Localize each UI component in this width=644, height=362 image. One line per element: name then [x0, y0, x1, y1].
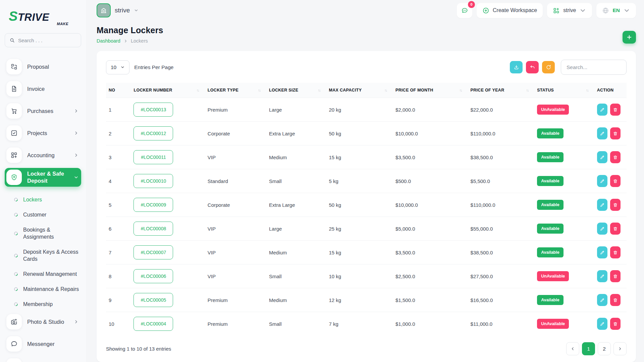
- breadcrumb-dashboard-link[interactable]: Dashboard: [97, 38, 120, 44]
- language-label: EN: [612, 7, 620, 13]
- cell-no: 5: [106, 193, 131, 217]
- edit-button[interactable]: [597, 104, 607, 116]
- sidebar-item-messenger[interactable]: Messenger: [5, 335, 81, 353]
- column-header-locker-type[interactable]: LOCKER TYPE↑↓: [205, 83, 266, 98]
- sidebar-subitem-membership[interactable]: Membership: [5, 297, 81, 312]
- sidebar-item-label: Projects: [27, 130, 68, 137]
- status-badge: UnAvailable: [537, 105, 569, 115]
- sidebar-item-helpdesk[interactable]: Helpdesk: [5, 357, 81, 362]
- delete-button[interactable]: [610, 318, 621, 330]
- row-actions: [597, 199, 624, 211]
- add-locker-button[interactable]: [623, 31, 636, 44]
- sidebar-subitem-deposit-keys-access-cards[interactable]: Deposit Keys & Access Cards: [5, 244, 81, 266]
- org-selector[interactable]: strive: [547, 3, 592, 18]
- sidebar-subitem-label: Deposit Keys & Access Cards: [23, 248, 79, 262]
- cell-action: [594, 264, 627, 288]
- sidebar-submenu: LockersCustomerBookings & AssignmentsDep…: [5, 190, 81, 312]
- cell-price-of-month: $3,500.0: [393, 145, 468, 169]
- delete-button[interactable]: [610, 246, 621, 258]
- edit-button[interactable]: [597, 127, 607, 139]
- edit-button[interactable]: [597, 318, 607, 330]
- refresh-icon: [546, 64, 551, 70]
- pagination-next-button[interactable]: [613, 342, 627, 355]
- headset-icon: [6, 358, 22, 362]
- shield-icon: [6, 170, 22, 185]
- export-button[interactable]: [510, 61, 523, 73]
- sidebar-subitem-maintenance-repairs[interactable]: Maintenance & Repairs: [5, 282, 81, 297]
- pagination: 12: [566, 342, 627, 355]
- edit-button[interactable]: [597, 151, 607, 163]
- sidebar-search-input[interactable]: [18, 38, 76, 43]
- trash-icon: [613, 298, 618, 303]
- cell-price-of-year: $110,000.0: [468, 122, 535, 145]
- row-actions: [597, 246, 624, 258]
- sidebar-item-photo-studio[interactable]: Photo & Studio: [5, 312, 81, 331]
- proposal-icon: [6, 59, 22, 74]
- create-workspace-label: Create Workspace: [493, 7, 537, 13]
- sidebar-item-invoice[interactable]: Invoice: [5, 79, 81, 98]
- edit-button[interactable]: [597, 246, 607, 258]
- column-header-max-capacity[interactable]: MAX CAPACITY↑↓: [326, 83, 393, 98]
- sidebar-subitem-renewal-management[interactable]: Renewal Management: [5, 266, 81, 282]
- sidebar-subitem-lockers[interactable]: Lockers: [5, 192, 81, 207]
- cell-max-capacity: 5 kg: [326, 169, 393, 193]
- pagination-page-1[interactable]: 1: [582, 342, 595, 355]
- delete-button[interactable]: [610, 199, 621, 211]
- column-label: LOCKER SIZE: [269, 88, 298, 93]
- sidebar-item-accounting[interactable]: Accounting: [5, 146, 81, 165]
- edit-button[interactable]: [597, 199, 607, 211]
- column-header-status[interactable]: STATUS↑↓: [534, 83, 594, 98]
- cell-price-of-year: $55,000.0: [468, 217, 535, 241]
- sidebar-nav: ProposalInvoicePurchasesProjectsAccounti…: [0, 55, 86, 362]
- locker-number-chip: #LOC00007: [133, 245, 173, 259]
- pagination-page-2[interactable]: 2: [598, 342, 611, 355]
- column-header-price-of-year[interactable]: PRICE OF YEAR↑↓: [468, 83, 535, 98]
- cell-locker-type: Premium: [205, 98, 266, 122]
- building-icon: [97, 3, 111, 17]
- workspace-selector[interactable]: strive: [97, 3, 139, 17]
- column-header-locker-number[interactable]: LOCKER NUMBER↑↓: [131, 83, 205, 98]
- cell-max-capacity: 20 kg: [326, 98, 393, 122]
- delete-button[interactable]: [610, 223, 621, 235]
- table-search-input[interactable]: [561, 60, 627, 75]
- sidebar-item-locker-safe-deposit[interactable]: Locker & Safe Deposit: [5, 168, 81, 187]
- column-label: STATUS: [537, 88, 554, 93]
- edit-button[interactable]: [597, 294, 607, 306]
- cell-locker-type: Standard: [205, 169, 266, 193]
- row-actions: [597, 223, 624, 235]
- sidebar-subitem-customer[interactable]: Customer: [5, 207, 81, 222]
- create-workspace-button[interactable]: Create Workspace: [477, 3, 543, 18]
- sort-icon: ↑↓: [384, 88, 387, 92]
- undo-button[interactable]: [526, 61, 539, 73]
- pagination-prev-button[interactable]: [566, 342, 579, 355]
- sidebar-item-purchases[interactable]: Purchases: [5, 102, 81, 120]
- entries-per-page-label: Entries Per Page: [134, 64, 173, 70]
- cell-price-of-month: $3,500.0: [393, 241, 468, 264]
- language-selector[interactable]: EN: [596, 3, 636, 18]
- refresh-button[interactable]: [542, 61, 555, 73]
- sidebar-subitem-bookings-assignments[interactable]: Bookings & Assignments: [5, 222, 81, 244]
- delete-button[interactable]: [610, 151, 621, 163]
- status-badge: Available: [537, 128, 563, 138]
- status-badge: Available: [537, 176, 563, 186]
- delete-button[interactable]: [610, 294, 621, 306]
- status-badge: Available: [537, 200, 563, 210]
- column-header-locker-size[interactable]: LOCKER SIZE↑↓: [266, 83, 326, 98]
- sidebar-item-projects[interactable]: Projects: [5, 124, 81, 142]
- delete-button[interactable]: [610, 127, 621, 139]
- column-header-price-of-month[interactable]: PRICE OF MONTH↑↓: [393, 83, 468, 98]
- delete-button[interactable]: [610, 175, 621, 187]
- delete-button[interactable]: [610, 270, 621, 282]
- table-row: 6#LOC00008VIPLarge25 kg$5,000.0$55,000.0…: [106, 217, 627, 241]
- pencil-icon: [600, 274, 605, 279]
- delete-button[interactable]: [610, 104, 621, 116]
- cell-no: 9: [106, 288, 131, 312]
- cell-status: Available: [534, 241, 594, 264]
- edit-button[interactable]: [597, 270, 607, 282]
- edit-button[interactable]: [597, 223, 607, 235]
- edit-button[interactable]: [597, 175, 607, 187]
- chat-button[interactable]: 0: [457, 3, 472, 18]
- sidebar-item-proposal[interactable]: Proposal: [5, 57, 81, 76]
- undo-icon: [530, 64, 535, 70]
- entries-per-page-select[interactable]: 10: [106, 60, 129, 74]
